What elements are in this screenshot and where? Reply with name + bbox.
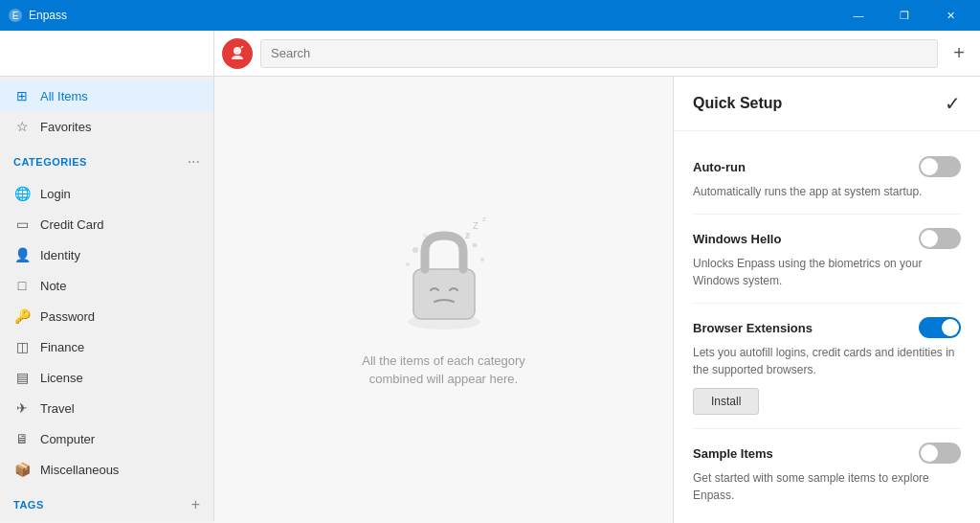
add-item-button[interactable]: +	[946, 40, 972, 67]
svg-line-3	[241, 46, 243, 48]
titlebar-left: E Enpass	[8, 8, 67, 23]
browser-extensions-toggle[interactable]	[919, 317, 961, 338]
auto-run-slider	[919, 156, 961, 177]
tags-section-header: TAGS +	[0, 489, 213, 521]
sidebar-item-identity[interactable]: 👤 Identity	[0, 239, 213, 270]
favorites-label: Favorites	[40, 120, 91, 134]
computer-icon: 🖥	[13, 431, 31, 446]
auto-run-desc: Automatically runs the app at system sta…	[693, 183, 961, 200]
finance-label: Finance	[40, 340, 84, 354]
sample-items-slider	[919, 443, 961, 464]
all-items-label: All Items	[40, 89, 88, 103]
miscellaneous-label: Miscellaneous	[40, 463, 119, 477]
main-toolbar: +	[214, 31, 980, 77]
sidebar-item-travel[interactable]: ✈ Travel	[0, 393, 213, 423]
app-body: ⊞ All Items ☆ Favorites CATEGORIES ··· 🌐…	[0, 31, 980, 523]
windows-hello-row: Windows Hello Unlocks Enpass using the b…	[693, 215, 961, 304]
finance-icon: ◫	[13, 339, 31, 354]
browser-extensions-desc: Lets you autofill logins, credit cards a…	[693, 344, 961, 378]
sample-items-row: Sample Items Get started with some sampl…	[693, 429, 961, 517]
svg-point-4	[412, 247, 418, 253]
categories-section: 🌐 Login ▭ Credit Card 👤 Identity □ Note …	[0, 174, 213, 489]
login-label: Login	[40, 187, 71, 201]
sidebar-container: ⊞ All Items ☆ Favorites CATEGORIES ··· 🌐…	[0, 31, 214, 523]
sample-items-toggle[interactable]	[919, 443, 961, 464]
miscellaneous-icon: 📦	[13, 462, 31, 477]
avatar[interactable]	[222, 38, 253, 69]
computer-label: Computer	[40, 432, 95, 446]
sidebar-item-favorites[interactable]: ☆ Favorites	[0, 111, 213, 142]
sidebar-item-license[interactable]: ▤ License	[0, 362, 213, 393]
categories-more-button[interactable]: ···	[188, 153, 200, 171]
categories-label: CATEGORIES	[13, 156, 87, 168]
sidebar: ⊞ All Items ☆ Favorites CATEGORIES ··· 🌐…	[0, 77, 214, 521]
svg-text:E: E	[12, 11, 19, 21]
titlebar: E Enpass — ❐ ✕	[0, 0, 980, 31]
quick-setup-title: Quick Setup	[693, 95, 782, 112]
auto-run-row: Auto-run Automatically runs the app at s…	[693, 143, 961, 215]
license-icon: ▤	[13, 370, 31, 385]
svg-text:z: z	[473, 218, 479, 232]
items-panel: z z z All th	[214, 77, 674, 523]
browser-extensions-row: Browser Extensions Lets you autofill log…	[693, 304, 961, 429]
window-controls: — ❐ ✕	[836, 0, 972, 31]
windows-hello-toggle[interactable]	[919, 228, 961, 249]
auto-run-toggle[interactable]	[919, 156, 961, 177]
password-label: Password	[40, 309, 95, 324]
minimize-button[interactable]: —	[836, 0, 880, 31]
browser-extensions-slider	[919, 317, 961, 338]
identity-icon: 👤	[13, 247, 31, 262]
browser-extensions-title: Browser Extensions	[693, 321, 813, 335]
login-icon: 🌐	[13, 186, 31, 201]
auto-run-header: Auto-run	[693, 156, 961, 177]
lock-illustration: z z z	[387, 212, 501, 336]
sidebar-item-credit-card[interactable]: ▭ Credit Card	[0, 209, 213, 239]
svg-text:z: z	[482, 215, 486, 223]
credit-card-label: Credit Card	[40, 217, 103, 232]
sidebar-item-password[interactable]: 🔑 Password	[0, 301, 213, 331]
note-label: Note	[40, 279, 66, 293]
license-label: License	[40, 371, 83, 385]
credit-card-icon: ▭	[13, 216, 31, 232]
install-button[interactable]: Install	[693, 388, 759, 415]
sidebar-main-section: ⊞ All Items ☆ Favorites	[0, 77, 213, 146]
identity-label: Identity	[40, 248, 80, 262]
sidebar-item-login[interactable]: 🌐 Login	[0, 178, 213, 209]
all-items-icon: ⊞	[13, 88, 31, 103]
windows-hello-header: Windows Hello	[693, 228, 961, 249]
quick-setup-header: Quick Setup ✓	[674, 77, 980, 131]
app-title: Enpass	[29, 9, 67, 22]
sidebar-item-note[interactable]: □ Note	[0, 270, 213, 301]
tags-label: TAGS	[13, 499, 44, 511]
quick-setup-confirm-button[interactable]: ✓	[945, 92, 961, 115]
search-input[interactable]	[260, 39, 938, 68]
favorites-icon: ☆	[13, 119, 31, 134]
svg-point-2	[234, 47, 241, 55]
sample-items-header: Sample Items	[693, 443, 961, 464]
travel-icon: ✈	[13, 400, 31, 416]
sidebar-item-miscellaneous[interactable]: 📦 Miscellaneous	[0, 454, 213, 485]
svg-text:z: z	[465, 230, 470, 240]
categories-section-header: CATEGORIES ···	[0, 146, 213, 174]
empty-state-text: All the items of each category combined …	[348, 352, 540, 389]
svg-point-9	[423, 234, 427, 238]
svg-point-7	[480, 258, 484, 262]
auto-run-title: Auto-run	[693, 160, 746, 174]
quick-setup-body: Auto-run Automatically runs the app at s…	[674, 131, 980, 523]
windows-hello-desc: Unlocks Enpass using the biometrics on y…	[693, 255, 961, 289]
avatar-icon	[230, 46, 245, 61]
close-button[interactable]: ✕	[928, 0, 972, 31]
sidebar-item-computer[interactable]: 🖥 Computer	[0, 423, 213, 454]
quick-setup-panel: Quick Setup ✓ Auto-run Automatic	[674, 77, 980, 523]
browser-extensions-header: Browser Extensions	[693, 317, 961, 338]
note-icon: □	[13, 278, 31, 293]
sidebar-toolbar-spacer	[0, 31, 214, 77]
sidebar-item-finance[interactable]: ◫ Finance	[0, 331, 213, 362]
svg-point-5	[406, 262, 410, 266]
maximize-button[interactable]: ❐	[882, 0, 926, 31]
tags-add-button[interactable]: +	[191, 496, 200, 513]
app-icon: E	[8, 8, 23, 23]
sidebar-item-all-items[interactable]: ⊞ All Items	[0, 80, 213, 111]
password-icon: 🔑	[13, 308, 31, 324]
sample-items-title: Sample Items	[693, 446, 773, 461]
